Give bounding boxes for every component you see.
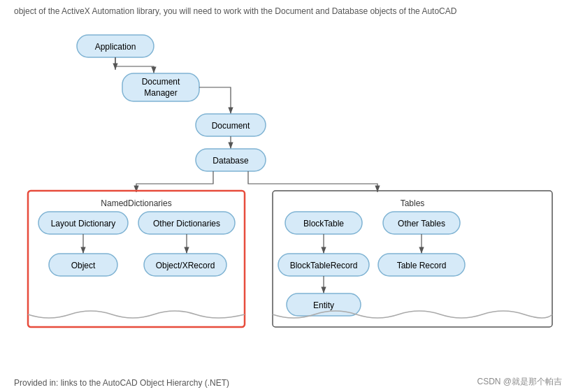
application-label: Application: [95, 42, 136, 52]
document-label: Document: [212, 121, 250, 131]
bottom-left-text: Provided in: links to the AutoCAD Object…: [14, 378, 229, 388]
other-tables-label: Other Tables: [398, 219, 445, 228]
database-label: Database: [213, 156, 249, 166]
top-text: object of the ActiveX Automation library…: [14, 6, 562, 17]
bottom-right-text: CSDN @就是那个帕吉: [477, 376, 562, 388]
document-manager-label-2: Manager: [144, 88, 177, 98]
object-label: Object: [71, 261, 96, 270]
block-table-label: BlockTable: [303, 219, 344, 228]
named-dictionaries-label: NamedDictionaries: [101, 198, 171, 208]
diagram-area: Application Document Manager Document Da…: [14, 24, 562, 353]
diagram-svg: Application Document Manager Document Da…: [14, 24, 562, 353]
entity-label: Entity: [313, 300, 334, 310]
tables-label: Tables: [401, 198, 425, 208]
object-xrecord-label: Object/XRecord: [156, 261, 215, 270]
page-container: object of the ActiveX Automation library…: [0, 0, 576, 392]
table-record-label: Table Record: [397, 261, 447, 270]
document-manager-label-1: Document: [142, 77, 180, 87]
block-table-record-label: BlockTableRecord: [290, 261, 358, 270]
other-dictionaries-label: Other Dictionaries: [153, 219, 220, 228]
layout-dictionary-label: Layout Dictionary: [51, 219, 116, 228]
